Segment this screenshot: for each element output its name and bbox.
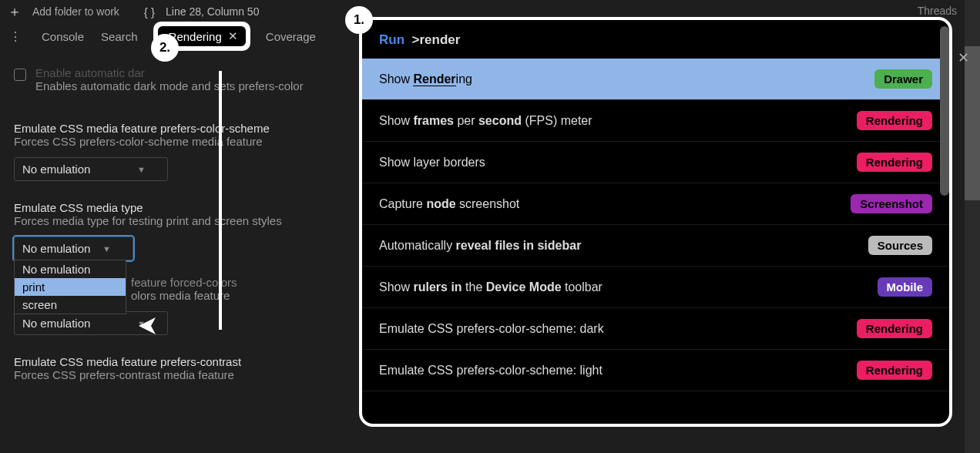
command-item[interactable]: Emulate CSS prefers-color-scheme: darkRe…	[362, 308, 949, 350]
chevron-down-icon: ▼	[102, 244, 111, 253]
forced-colors-frag-title: feature forced-colors	[131, 276, 353, 289]
media-type-select[interactable]: No emulation ▼	[14, 237, 133, 260]
command-input[interactable]: Run >render	[362, 20, 949, 59]
dark-mode-checkbox[interactable]	[14, 69, 26, 81]
plus-icon[interactable]: ＋	[8, 2, 22, 21]
dark-mode-title: Enable automatic dar	[35, 66, 304, 79]
select-value: No emulation	[22, 317, 90, 330]
command-item-badge: Drawer	[874, 69, 932, 89]
tab-coverage[interactable]: Coverage	[264, 27, 317, 46]
prefers-contrast-title: Emulate CSS media feature prefers-contra…	[14, 355, 353, 368]
outer-scrollbar[interactable]	[965, 0, 980, 453]
chevron-down-icon: ▼	[137, 165, 146, 174]
step-badge-2: 2.	[151, 34, 179, 62]
command-menu: Run >render Show RenderingDrawerShow fra…	[359, 17, 952, 427]
command-item[interactable]: Capture node screenshotScreenshot	[362, 183, 949, 225]
command-item-badge: Rendering	[857, 153, 932, 172]
command-item-badge: Mobile	[878, 277, 933, 297]
command-item-label: Show rulers in the Device Mode toolbar	[379, 280, 602, 294]
command-query: >render	[408, 32, 461, 47]
tab-console[interactable]: Console	[40, 27, 86, 46]
arrow-head-icon	[136, 314, 159, 341]
prefers-color-scheme-title: Emulate CSS media feature prefers-color-…	[14, 122, 353, 135]
command-item[interactable]: Show rulers in the Device Mode toolbarMo…	[362, 267, 949, 308]
threads-label: Threads	[918, 5, 957, 17]
command-item-label: Show layer borders	[379, 156, 485, 169]
close-drawer-icon[interactable]: ✕	[958, 49, 969, 66]
media-type-desc: Forces media type for testing print and …	[14, 214, 353, 227]
forced-colors-frag-desc: olors media feature	[131, 289, 353, 302]
prefers-contrast-desc: Forces CSS prefers-contrast media featur…	[14, 368, 353, 381]
command-item-badge: Screenshot	[851, 194, 932, 213]
select-value: No emulation	[22, 242, 90, 255]
annotation-arrow	[219, 71, 222, 330]
command-item-badge: Rendering	[857, 111, 932, 130]
prefers-color-scheme-select[interactable]: No emulation ▼	[14, 157, 168, 181]
command-item-label: Show Rendering	[379, 72, 472, 86]
command-item-label: Emulate CSS prefers-color-scheme: light	[379, 364, 602, 378]
command-item-label: Show frames per second (FPS) meter	[379, 114, 592, 128]
command-item-badge: Rendering	[857, 319, 932, 338]
command-item-badge: Sources	[868, 236, 932, 255]
command-item[interactable]: Show layer bordersRendering	[362, 142, 949, 183]
rendering-panel: Enable automatic dar Enables automatic d…	[14, 66, 353, 391]
option-print[interactable]: print	[15, 278, 126, 296]
command-item-label: Emulate CSS prefers-color-scheme: dark	[379, 322, 604, 336]
kebab-icon[interactable]: ⋮	[5, 29, 26, 44]
command-list: Show RenderingDrawerShow frames per seco…	[362, 59, 949, 391]
add-folder-button[interactable]: Add folder to work	[32, 5, 119, 18]
dark-mode-desc: Enables automatic dark mode and sets pre…	[35, 79, 304, 92]
command-item-badge: Rendering	[857, 361, 932, 380]
command-item[interactable]: Automatically reveal files in sidebarSou…	[362, 225, 949, 267]
command-item[interactable]: Emulate CSS prefers-color-scheme: lightR…	[362, 350, 949, 391]
command-item[interactable]: Show frames per second (FPS) meterRender…	[362, 100, 949, 142]
media-type-options: No emulation print screen	[14, 260, 126, 314]
select-value: No emulation	[22, 163, 90, 176]
option-no-emulation[interactable]: No emulation	[15, 260, 126, 278]
prefers-color-scheme-desc: Forces CSS prefers-color-scheme media fe…	[14, 135, 353, 148]
step-badge-1: 1.	[345, 6, 373, 34]
cursor-position: Line 28, Column 50	[166, 5, 259, 18]
command-item-label: Capture node screenshot	[379, 197, 519, 211]
command-item[interactable]: Show RenderingDrawer	[362, 59, 949, 100]
command-item-label: Automatically reveal files in sidebar	[379, 239, 581, 253]
command-scrollbar[interactable]	[940, 26, 949, 196]
tab-search[interactable]: Search	[99, 27, 139, 46]
close-icon[interactable]: ✕	[228, 29, 238, 43]
option-screen[interactable]: screen	[15, 296, 126, 314]
media-type-title: Emulate CSS media type	[14, 201, 353, 214]
run-label: Run	[379, 32, 404, 47]
braces-icon[interactable]: { }	[144, 5, 155, 18]
